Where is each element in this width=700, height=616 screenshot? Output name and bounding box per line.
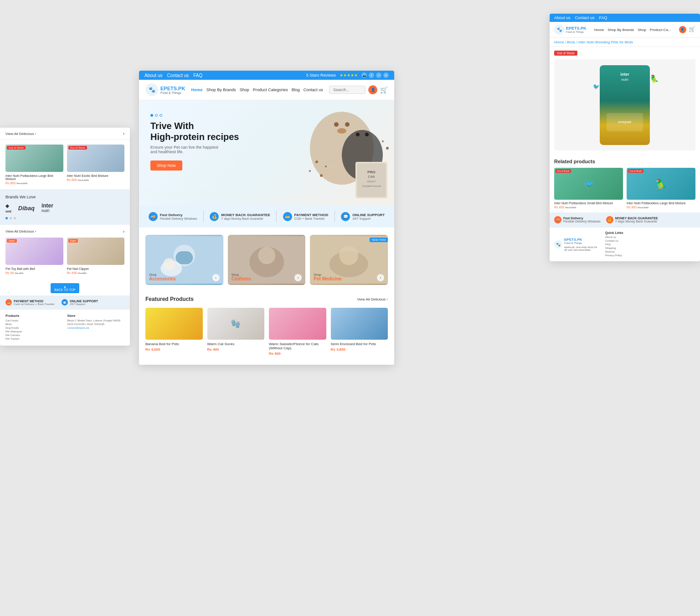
feature-support-text: ONLINE SUPPORT 24/7 Support (352, 213, 385, 220)
lw-footer-pet-shampoo[interactable]: Pet Shampoo (5, 330, 63, 333)
product-warm-socks[interactable]: 🧤 Warm Cat Socks Rs 400 (207, 308, 265, 356)
lw-view-all[interactable]: View All Delicious › (5, 132, 36, 136)
rw-logo: 🐾 EPETS.PK Food & Things (554, 25, 587, 35)
nav-blog[interactable]: Blog (292, 88, 300, 92)
lw-support-sub: 24/7 Support (70, 303, 98, 305)
lw-sale-view-all[interactable]: View All Delicious › (5, 229, 36, 234)
lw-footer-payment: 💳 PAYMENT METHOD Cash on Delivery + Bank… (5, 299, 55, 305)
dot-3 (160, 114, 162, 117)
rw-nav-product-cat[interactable]: Product Ca... (650, 28, 671, 32)
back-to-top-button[interactable]: ▲BACK TO TOP (51, 283, 79, 293)
rw-footer-link-shipping[interactable]: Shipping (605, 247, 695, 249)
svg-point-20 (382, 140, 384, 142)
user-icon[interactable]: 👤 (368, 85, 377, 94)
rw-about-link[interactable]: About us (554, 16, 571, 20)
about-link[interactable]: About us (144, 73, 162, 78)
category-accessories[interactable]: Shop Accessories › (145, 235, 223, 285)
faq-link[interactable]: FAQ (193, 73, 202, 78)
featured-view-all[interactable]: View All Delicious › (357, 297, 388, 301)
lw-footer-birds[interactable]: Birds (5, 323, 63, 326)
delivery-sub: Flexible Delivery Windows (160, 217, 197, 220)
featured-title: Featured Products (145, 296, 194, 302)
nav-home[interactable]: Home (191, 88, 203, 92)
rw-footer-link-privacy[interactable]: Privacy Policy (605, 254, 695, 257)
rw-footer-description: epets.pk, one-stop shop for all your pet… (564, 246, 601, 251)
main-logo: 🐾 EPETS.PK Food & Things (145, 83, 185, 96)
accessories-shop-label: Shop (149, 273, 176, 276)
main-window: About us Contact us FAQ 5 Stars Reviews … (139, 71, 394, 365)
contact-link[interactable]: Contact us (167, 73, 189, 78)
svg-point-15 (320, 174, 323, 177)
nav-shop[interactable]: Shop (240, 88, 249, 92)
rw-nav-shop[interactable]: Shop (638, 28, 646, 32)
rw-related-small-bird[interactable]: Out of Stock 🐦 Inter Nutri Psittacideos … (554, 168, 623, 209)
lw-footer-pet-carriers[interactable]: Pet Carriers (5, 334, 63, 336)
nav-contact[interactable]: Contact us (304, 88, 323, 92)
rw-faq-link[interactable]: FAQ (599, 16, 607, 20)
delivery-icon: 🚚 (149, 212, 158, 221)
rw-feat-money-back: 💰 MONEY BACK GUARANTEE 7 days Money Back… (606, 216, 658, 223)
lw-footer-support-text: ONLINE SUPPORT 24/7 Support (70, 300, 98, 305)
category-petmedicine[interactable]: NEW ITEM Shop Pet Medicine › (310, 235, 388, 285)
linkedin-icon[interactable]: in (383, 72, 389, 78)
nav-brands[interactable]: Shop By Brands (206, 88, 236, 92)
social-icons: 📷 f t in (361, 72, 389, 78)
lw-product-large-bird[interactable]: Out of Stock Inter Nutri Psittacideos La… (5, 145, 63, 185)
rw-footer-links-title: Quick Links (605, 231, 695, 234)
rw-nav-brands[interactable]: Shop By Brands (607, 28, 634, 32)
featured-section: Featured Products View All Delicious › B… (139, 292, 394, 365)
rw-related-large-bird-icon: 🦜 (655, 178, 667, 189)
lw-toy-ball-price: Rs 90 Rs 150 (5, 271, 63, 274)
rw-feat-delivery: 🚚 Fast Delivery Flexible Delivery Window… (554, 216, 601, 223)
instagram-icon[interactable]: 📷 (361, 72, 367, 78)
rw-cart-icon[interactable]: 🛒 (689, 26, 695, 33)
lw-product-exotic-bird[interactable]: Out of Stock Inter Nutri Exotic Bird Mix… (67, 145, 125, 185)
hero-cta-button[interactable]: Shop Now (150, 160, 182, 171)
rw-footer-link-returns[interactable]: Returns (605, 250, 695, 253)
nav-categories[interactable]: Product Categories (253, 88, 288, 92)
lw-footer-cat-foods[interactable]: Cat Foods (5, 319, 63, 322)
rw-features: 🚚 Fast Delivery Flexible Delivery Window… (550, 212, 700, 227)
accessories-name: Accessories (149, 276, 176, 281)
rw-footer-link-about[interactable]: About us (605, 236, 695, 238)
product-semi-bed[interactable]: Semi Enclosed Bed for Pets Rs 3,850 (331, 308, 388, 356)
rw-nav-home[interactable]: Home (594, 28, 604, 32)
brand-diamond: ◆ond (5, 203, 11, 213)
product-banana-bed[interactable]: Banana Bed for Pets Rs 4,000 (145, 308, 203, 356)
rw-user-icon[interactable]: 👤 (679, 26, 686, 33)
semi-bed-img (331, 308, 388, 340)
cart-icon[interactable]: 🛒 (380, 86, 388, 93)
lw-footer-email[interactable]: contact@epets.pk (67, 326, 125, 329)
rw-related-large-bird[interactable]: Out of Stock 🦜 Inter Nutri Psittacideos … (627, 168, 695, 209)
rw-contact-link[interactable]: Contact us (575, 16, 595, 20)
product-warm-sweater[interactable]: Warm Sweater/Fleece for Cats (Without Ca… (269, 308, 326, 356)
lw-product-nail-clipper[interactable]: Sale! Pet Nail Clipper Rs 450 Rs 650 (67, 238, 125, 274)
lw-product-toy-ball[interactable]: Sale! Pet Toy Ball with Bell Rs 90 Rs 15… (5, 238, 63, 274)
accessories-arrow[interactable]: › (212, 274, 220, 281)
facebook-icon[interactable]: f (369, 72, 374, 78)
logo-icon: 🐾 (145, 83, 158, 96)
svg-point-25 (163, 258, 175, 270)
rw-related-out-badge-2: Out of Stock (628, 169, 643, 173)
feature-money-back: 💰 MONEY BACK GUARANTEE 7 days Money Back… (210, 212, 270, 221)
petmedicine-arrow[interactable]: › (377, 274, 384, 281)
twitter-icon[interactable]: t (376, 72, 381, 78)
main-nav: 🐾 EPETS.PK Food & Things Home Shop By Br… (139, 80, 394, 100)
category-clothens[interactable]: Shop Clothens › (228, 235, 306, 285)
rw-related-large-bird-img: Out of Stock 🦜 (627, 168, 695, 200)
rw-footer-link-faq[interactable]: FAQ (605, 243, 695, 246)
search-input[interactable] (329, 86, 365, 94)
lw-footer-pet-tracker[interactable]: Pet Tracker (5, 337, 63, 340)
rw-footer-link-contact[interactable]: Contact us (605, 239, 695, 242)
hero-visual: PRO CAN ADULT Complete Formula (283, 103, 392, 201)
category-section: Shop Accessories › Shop Clothens › (139, 228, 394, 292)
semi-bed-price: Rs 3,850 (331, 347, 388, 352)
rw-feat-money-back-sub: 7 days Money Back Guarante (615, 220, 658, 223)
svg-point-31 (340, 246, 359, 265)
back-to-top-area: ▲BACK TO TOP (0, 279, 130, 295)
lw-nail-clipper-price: Rs 450 Rs 650 (67, 271, 125, 274)
dot-1 (150, 114, 153, 117)
lw-footer-dog-foods[interactable]: Dog Foods (5, 326, 63, 329)
brand-inter-nutri: internutri (41, 203, 53, 213)
rw-related-large-bird-name: Inter Nutri Psittacideos Large Bird Mixt… (627, 202, 695, 205)
